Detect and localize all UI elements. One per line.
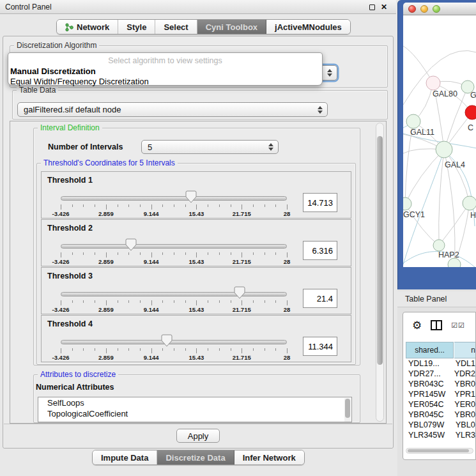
mac-minimize-button[interactable] bbox=[420, 5, 428, 13]
slider-thumb[interactable] bbox=[125, 238, 137, 251]
node-gal11[interactable] bbox=[406, 114, 420, 128]
tab-jactivemnodules-label: jActiveMNodules bbox=[275, 22, 342, 32]
tab-cyni-toolbox[interactable]: Cyni Toolbox bbox=[197, 20, 266, 34]
table-data-combobox[interactable]: galFiltered.sif default node bbox=[17, 102, 328, 117]
table-cell: YBL0 bbox=[450, 420, 475, 429]
table-row[interactable]: YDL19...YDL1 bbox=[403, 358, 475, 369]
table-horizontal-scrollbar[interactable] bbox=[406, 448, 473, 454]
slider-scale-labels: -3.4262.8599.14415.4321.71528 bbox=[61, 306, 287, 313]
scrollbar-thumb[interactable] bbox=[377, 136, 383, 365]
node-hap2[interactable] bbox=[433, 240, 445, 251]
slider-track[interactable] bbox=[61, 196, 287, 201]
tab-select-label: Select bbox=[164, 22, 188, 32]
threshold-3-slider[interactable]: -3.4262.8599.14415.4321.71528 bbox=[61, 283, 287, 314]
table-row[interactable]: YBR043CYBR0 bbox=[403, 379, 475, 389]
attributes-group-label: Attributes to discretize bbox=[38, 370, 118, 379]
attribute-list-item[interactable]: BetweennessCentrality bbox=[38, 419, 351, 422]
node-selected-red[interactable] bbox=[465, 105, 476, 119]
node-gal4[interactable] bbox=[436, 141, 452, 158]
slider-thumb[interactable] bbox=[234, 286, 245, 299]
algorithm-placeholder-option[interactable]: Select algorithm to view settings bbox=[8, 56, 322, 65]
algorithm-dropdown-popup: Select algorithm to view settings Manual… bbox=[8, 52, 323, 86]
attribute-list-item[interactable]: SelfLoops bbox=[38, 397, 351, 408]
close-icon[interactable]: ✕ bbox=[381, 3, 387, 11]
table-row[interactable]: YIL052CYIL0 bbox=[403, 440, 475, 441]
float-window-icon[interactable] bbox=[369, 4, 375, 10]
select-columns-icon[interactable]: ☑☑ bbox=[451, 321, 465, 330]
threshold-1-value[interactable]: 14.713 bbox=[303, 193, 337, 212]
table-cell: YDR27... bbox=[403, 369, 449, 378]
threshold-2-panel: Threshold 2 -3.4262.8599.14415.4321.7152… bbox=[41, 219, 351, 266]
numerical-attributes-list[interactable]: SelfLoopsTopologicalCoefficientBetweenne… bbox=[38, 397, 352, 422]
tab-network[interactable]: Network bbox=[57, 20, 118, 34]
tab-infer-network[interactable]: Infer Network bbox=[234, 450, 304, 464]
threshold-4-value[interactable]: 11.344 bbox=[303, 337, 337, 356]
slider-track[interactable] bbox=[61, 292, 287, 296]
table-row[interactable]: YDR27...YDR2 bbox=[403, 369, 475, 379]
table-row[interactable]: YBL079WYBL0 bbox=[403, 420, 475, 430]
table-panel-region: Table Panel ⚙ ☑☑ shared... n YDL19...YDL… bbox=[397, 289, 476, 476]
table-row[interactable]: YPR145WYPR1 bbox=[403, 389, 475, 399]
split-columns-icon[interactable] bbox=[431, 320, 442, 330]
attributes-group: Attributes to discretize Numerical Attri… bbox=[33, 374, 360, 423]
table-row[interactable]: YER054CYER0 bbox=[403, 399, 475, 410]
table-cell: YLR345W bbox=[403, 431, 450, 440]
node-label-gal4: GAL4 bbox=[445, 160, 465, 169]
slider-thumb[interactable] bbox=[161, 334, 173, 347]
threshold-3-panel: Threshold 3 -3.4262.8599.14415.4321.7152… bbox=[41, 267, 351, 314]
threshold-3-value[interactable]: 21.4 bbox=[303, 289, 337, 308]
node-right-mid[interactable] bbox=[463, 196, 476, 210]
slider-thumb[interactable] bbox=[185, 190, 197, 203]
slider-scale-labels: -3.4262.8599.14415.4321.71528 bbox=[61, 258, 287, 265]
threshold-1-slider[interactable]: -3.4262.8599.14415.4321.71528 bbox=[61, 187, 287, 218]
table-data-group-label: Table Data bbox=[17, 86, 58, 95]
apply-button[interactable]: Apply bbox=[176, 429, 220, 443]
tab-style-label: Style bbox=[127, 22, 146, 32]
algorithm-option-manual[interactable]: Manual Discretization bbox=[10, 66, 96, 76]
node-gcy1[interactable] bbox=[403, 197, 411, 210]
node-bottom[interactable] bbox=[448, 258, 461, 267]
gear-icon[interactable]: ⚙ bbox=[412, 320, 422, 331]
tab-cyni-toolbox-label: Cyni Toolbox bbox=[206, 22, 257, 32]
tab-impute-data[interactable]: Impute Data bbox=[93, 450, 157, 464]
number-of-intervals-combobox[interactable]: 5 bbox=[141, 140, 279, 154]
tab-jactivemnodules[interactable]: jActiveMNodules bbox=[266, 20, 350, 34]
app-root: Control Panel ✕ Network Style Select Cyn… bbox=[0, 0, 476, 476]
slider-track[interactable] bbox=[61, 244, 287, 249]
thresholds-group-label: Threshold's Coordinates for 5 Intervals bbox=[41, 158, 178, 167]
table-row[interactable]: YLR345WYLR3 bbox=[403, 430, 475, 440]
tab-discretize-data[interactable]: Discretize Data bbox=[157, 450, 234, 464]
number-of-intervals-value: 5 bbox=[148, 142, 152, 152]
apply-row: Apply bbox=[4, 424, 392, 448]
node-label-gal80: GAL80 bbox=[433, 89, 457, 98]
slider-track[interactable] bbox=[61, 340, 287, 344]
algorithm-option-equal-width[interactable]: Equal Width/Frequency Discretization bbox=[10, 77, 149, 86]
column-header-name[interactable]: n bbox=[454, 342, 476, 358]
list-scrollbar[interactable] bbox=[344, 398, 351, 422]
table-cell: YDL19... bbox=[403, 359, 450, 368]
table-toolbar: ⚙ ☑☑ bbox=[403, 312, 475, 338]
network-window-titlebar[interactable] bbox=[403, 3, 476, 15]
tab-select[interactable]: Select bbox=[155, 20, 197, 34]
settings-vertical-scrollbar[interactable] bbox=[376, 123, 384, 422]
slider-ticks bbox=[61, 300, 287, 305]
slider-ticks bbox=[61, 252, 287, 257]
column-header-shared[interactable]: shared... bbox=[406, 342, 454, 358]
node-gal80[interactable] bbox=[426, 76, 440, 90]
table-row[interactable]: YBR045CYBR0 bbox=[403, 410, 475, 420]
threshold-2-value[interactable]: 6.316 bbox=[303, 241, 337, 260]
table-panel-titlebar: Table Panel bbox=[397, 291, 476, 307]
network-canvas[interactable]: GAL80GACGAL11GAL4GCY1HHAP2 bbox=[403, 15, 476, 267]
scrollbar-thumb[interactable] bbox=[408, 449, 469, 452]
attribute-list-item[interactable]: TopologicalCoefficient bbox=[38, 408, 351, 419]
table-cell: YDR2 bbox=[449, 369, 475, 378]
threshold-2-slider[interactable]: -3.4262.8599.14415.4321.71528 bbox=[61, 235, 287, 266]
tab-infer-network-label: Infer Network bbox=[243, 453, 296, 463]
mac-close-button[interactable] bbox=[408, 5, 416, 13]
threshold-4-slider[interactable]: -3.4262.8599.14415.4321.71528 bbox=[61, 331, 287, 362]
node-label-ga: GA bbox=[470, 91, 476, 100]
combo-arrows-icon bbox=[268, 141, 273, 153]
numerical-attributes-label: Numerical Attributes bbox=[36, 383, 114, 392]
mac-zoom-button[interactable] bbox=[433, 5, 440, 13]
tab-style[interactable]: Style bbox=[118, 20, 155, 34]
